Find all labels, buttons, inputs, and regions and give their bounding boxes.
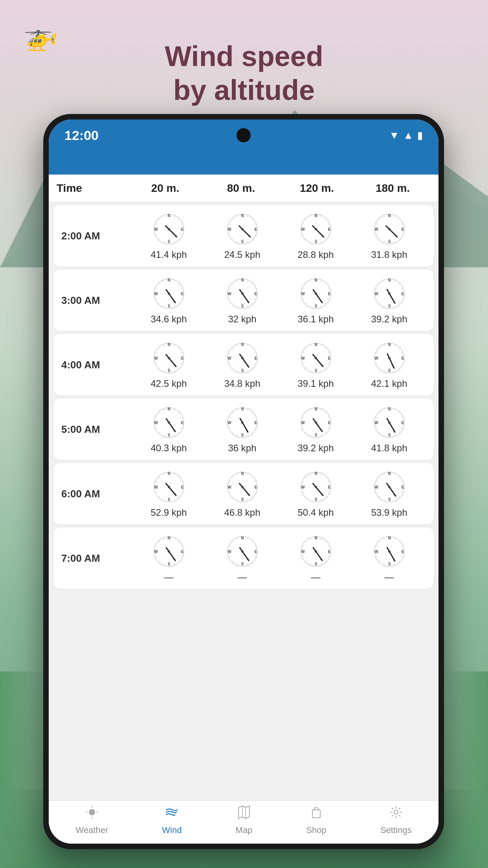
svg-text:W: W <box>227 356 231 360</box>
wind-speed-value: 46.8 kph <box>224 507 260 518</box>
svg-point-577 <box>388 550 391 553</box>
svg-text:W: W <box>301 550 305 554</box>
compass-dial: N S W E <box>372 276 407 311</box>
wind-cell: N S W E 31.8 kph <box>352 211 426 260</box>
wind-cell: N S W E 52.9 kph <box>132 469 205 518</box>
wind-cell: N S W E — <box>352 534 426 583</box>
svg-point-481 <box>388 486 391 488</box>
svg-text:W: W <box>301 485 305 489</box>
wind-cell: N S W E 39.2 kph <box>279 405 352 454</box>
wind-speed-value: 31.8 kph <box>371 249 407 260</box>
wind-speed-value: 24.5 kph <box>224 249 260 260</box>
svg-text:N: N <box>314 278 317 282</box>
compass-dial: N S W E <box>298 340 334 376</box>
svg-point-457 <box>315 486 317 488</box>
status-icons: ▼ ▲ ▮ <box>389 129 423 142</box>
svg-text:E: E <box>181 292 183 296</box>
wind-cell: N S W E 42.1 kph <box>352 340 426 389</box>
wind-cell: N S W E 36 kph <box>205 405 279 454</box>
svg-text:W: W <box>227 550 231 554</box>
wind-speed-value: 42.5 kph <box>150 378 187 389</box>
wind-cell: N S W E — <box>132 534 205 583</box>
svg-text:E: E <box>254 292 257 296</box>
compass-dial: N S W E <box>225 469 260 505</box>
compass-dial: N S W E <box>298 211 334 247</box>
page-title: Wind speed by altitude <box>0 39 488 107</box>
wind-cell: N S W E — <box>279 534 352 583</box>
svg-text:N: N <box>167 536 170 540</box>
svg-text:E: E <box>328 292 330 296</box>
table-row: 6:00 AM N S W E 52.9 kph N S W E 46.8 kp… <box>53 463 434 524</box>
nav-item-settings[interactable]: Settings <box>380 805 412 835</box>
wind-speed-value: 53.9 kph <box>371 507 407 518</box>
svg-point-578 <box>89 809 95 815</box>
svg-text:N: N <box>241 213 244 218</box>
svg-text:S: S <box>241 497 244 502</box>
svg-text:E: E <box>254 485 257 489</box>
svg-point-145 <box>241 292 244 295</box>
col-80m: 80 m. <box>203 182 279 195</box>
wind-speed-value: 36 kph <box>228 443 256 454</box>
svg-text:N: N <box>167 213 170 218</box>
wind-speed-value: 34.6 kph <box>150 314 187 325</box>
status-time: 12:00 <box>64 128 99 143</box>
svg-text:E: E <box>181 356 183 360</box>
wind-speed-value: 52.9 kph <box>150 507 187 518</box>
svg-point-385 <box>388 421 391 424</box>
svg-point-553 <box>315 550 317 553</box>
svg-text:E: E <box>328 485 330 489</box>
svg-point-25 <box>168 228 170 230</box>
svg-text:S: S <box>388 433 391 437</box>
wind-cell: N S W E 28.8 kph <box>279 211 352 260</box>
svg-text:E: E <box>181 227 183 232</box>
compass-dial: N S W E <box>298 469 334 505</box>
svg-rect-587 <box>313 809 315 811</box>
svg-text:E: E <box>181 485 183 489</box>
svg-text:E: E <box>254 421 257 425</box>
svg-text:S: S <box>167 239 170 244</box>
wind-speed-value: 28.8 kph <box>297 249 334 260</box>
compass-dial: N S W E <box>298 276 334 311</box>
svg-text:S: S <box>314 368 317 373</box>
nav-icon-shop <box>309 805 323 823</box>
col-120m: 120 m. <box>279 182 355 195</box>
svg-text:S: S <box>241 433 244 437</box>
svg-text:W: W <box>374 292 378 296</box>
nav-item-weather[interactable]: Weather <box>76 805 108 835</box>
svg-text:S: S <box>241 368 244 373</box>
svg-point-289 <box>388 357 391 359</box>
wind-speed-value: 34.8 kph <box>224 378 260 389</box>
svg-text:S: S <box>388 562 391 566</box>
svg-text:W: W <box>301 292 305 296</box>
svg-point-505 <box>168 550 170 553</box>
svg-text:S: S <box>241 304 244 308</box>
svg-text:W: W <box>374 356 378 360</box>
svg-text:E: E <box>328 227 330 232</box>
svg-point-121 <box>168 292 170 295</box>
time-label: 3:00 AM <box>61 294 132 307</box>
wind-speed-value: 39.2 kph <box>297 443 334 454</box>
compass-dial: N S W E <box>225 340 260 376</box>
nav-item-map[interactable]: Map <box>236 805 253 835</box>
wind-speed-value: 32 kph <box>228 314 256 325</box>
grass-left <box>0 671 47 868</box>
svg-point-265 <box>315 357 317 359</box>
signal-icon: ▲ <box>403 129 413 142</box>
svg-point-73 <box>315 228 317 230</box>
battery-icon: ▮ <box>417 129 423 142</box>
nav-item-shop[interactable]: Shop <box>306 805 326 835</box>
compass-dial: N S W E <box>225 276 260 311</box>
table-row: 4:00 AM N S W E 42.5 kph N S W E 34.8 kp… <box>53 334 434 395</box>
svg-text:W: W <box>301 227 305 232</box>
nav-item-wind[interactable]: Wind <box>162 805 182 835</box>
time-label: 4:00 AM <box>61 359 132 371</box>
svg-text:E: E <box>401 421 404 425</box>
svg-point-433 <box>241 486 244 488</box>
table-header: Time 20 m. 80 m. 120 m. 180 m. <box>49 175 438 202</box>
svg-text:N: N <box>167 342 170 347</box>
svg-text:N: N <box>314 342 317 347</box>
svg-text:N: N <box>388 278 391 282</box>
svg-point-169 <box>315 292 317 295</box>
svg-text:W: W <box>154 356 158 360</box>
svg-text:E: E <box>401 227 404 232</box>
